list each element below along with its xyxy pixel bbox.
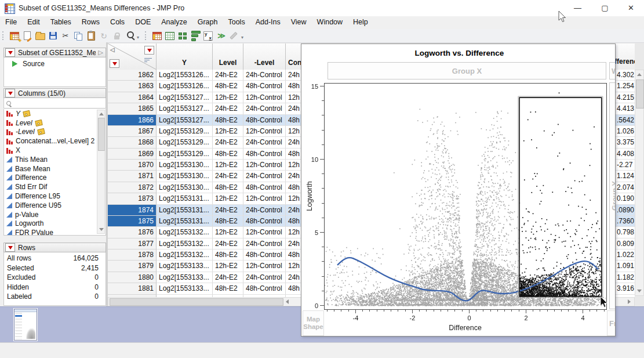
row-number-cell[interactable]: 1863 [108,81,157,92]
red-triangle-menu-icon[interactable] [5,48,15,57]
difference-cell[interactable]: 1.182 [616,272,635,283]
x-axis-label[interactable]: Difference [324,324,606,332]
column-header-y[interactable]: Y [157,44,213,70]
table-cell[interactable]: Log2[1553129... [157,126,213,137]
rows-panel-header[interactable]: Rows [3,243,106,252]
column-item[interactable]: FDR PValue [4,228,105,236]
table-cell[interactable]: Log2[1553131... [157,216,213,227]
table-cell[interactable]: Log2[1553130... [157,171,213,182]
table-cell[interactable]: Log2[1553126... [157,70,213,81]
table-cell[interactable]: 48h-Control [243,115,286,126]
row-number-cell[interactable]: 1873 [108,193,157,204]
column-item[interactable]: Difference L95 [4,191,105,201]
row-number-cell[interactable]: 1862 [108,70,157,81]
table-cell[interactable]: Log2[1553129... [157,149,213,160]
table-cell[interactable]: 24h-E2 [213,205,243,216]
table-cell[interactable]: 24h-E2 [213,137,243,148]
difference-cell[interactable]: .7360 [616,216,635,227]
table-cell[interactable]: 48h-E2 [213,149,243,160]
table-corner-cell[interactable]: ◁ [108,44,157,70]
scroll-right-icon[interactable] [628,299,631,304]
columns-panel-header[interactable]: Columns (15/0) [3,88,106,98]
column-item[interactable]: This Mean [4,155,105,164]
toolbar-overflow-icon[interactable]: ▾ [137,35,139,40]
column-item[interactable]: Concatenat...vel,-Level] 2+ [4,136,105,146]
difference-cell[interactable]: .5642 [616,115,635,126]
scroll-up-icon[interactable] [99,113,104,115]
source-item[interactable]: Source [4,57,105,68]
difference-cell[interactable]: 1.026 [616,126,635,137]
row-number-cell[interactable]: 1879 [108,261,157,272]
table-cell[interactable]: 24h-E2 [213,70,243,81]
table-cell[interactable]: 24h-E2 [213,238,243,249]
scroll-left-icon[interactable] [286,299,289,304]
table-cell[interactable]: Log2[1553127... [157,115,213,126]
column-item[interactable]: Std Err Dif [4,182,105,191]
table-cell[interactable]: 24h-Control [243,272,286,283]
difference-column-header[interactable]: fference [616,44,635,70]
scroll-down-icon[interactable] [637,290,642,292]
table-cell[interactable]: 12h-E2 [213,92,243,103]
row-number-cell[interactable]: 1871 [108,171,157,182]
table-cell[interactable]: 48h-E2 [213,81,243,92]
column-item[interactable]: Difference U95 [4,201,105,210]
y-axis-label[interactable]: Logworth [305,173,314,219]
table-cell[interactable]: 24h-E2 [213,171,243,182]
column-item[interactable]: X [4,146,105,155]
table-cell[interactable]: Log2[1553126... [157,81,213,92]
difference-cell[interactable]: 1.124 [616,171,635,182]
columns-red-triangle-icon[interactable] [144,46,154,55]
row-number-cell[interactable]: 1867 [108,126,157,137]
row-number-cell[interactable]: 1869 [108,149,157,160]
menu-doe[interactable]: DOE [130,16,156,29]
table-cell[interactable]: 24h-Control [243,103,286,114]
table-cell[interactable]: 12h-E2 [213,227,243,238]
row-number-cell[interactable]: 1874 [108,205,157,216]
table-cell[interactable]: 24h-E2 [213,103,243,114]
tile-windows-icon[interactable] [177,30,188,42]
menu-rows[interactable]: Rows [77,16,105,29]
difference-cell[interactable]: 4.302 [616,70,635,81]
column-item[interactable]: p-Value [4,210,105,219]
paste-icon[interactable] [85,30,97,42]
table-cell[interactable]: 24h-Control [243,238,286,249]
difference-cell[interactable]: 4.215 [616,92,635,103]
panel-expander-icon[interactable]: ▷ [99,49,104,56]
table-cell[interactable]: Log2[1553130... [157,160,213,171]
row-number-cell[interactable]: 1881 [108,283,157,294]
row-number-cell[interactable]: 1866 [108,115,157,126]
menu-window[interactable]: Window [312,16,348,29]
scrollbar-thumb[interactable] [110,298,283,306]
columns-search-input[interactable] [3,98,106,109]
collapse-left-icon[interactable]: ◁ [110,46,115,53]
table-cell[interactable]: 48h-E2 [213,249,243,261]
toolbar-overflow-icon[interactable]: ▾ [241,35,243,40]
sort-indicator-icon[interactable] [144,57,152,63]
column-item[interactable]: Level [4,118,105,128]
table-cell[interactable]: 48h-E2 [213,115,243,126]
table-cell[interactable]: 12h-E2 [213,126,243,137]
copy-icon[interactable] [72,30,84,42]
fit-y-by-x-icon[interactable]: yx [202,30,214,42]
table-cell[interactable]: 24h-Control [243,205,286,216]
difference-cell[interactable]: 1.091 [616,261,635,272]
run-formula-icon[interactable]: ≫ [215,30,227,42]
graph-builder-window[interactable]: Logworth vs. Difference Group X Wrap Gro… [301,44,616,337]
graph-builder-icon[interactable] [190,30,201,42]
dropzone-group-x[interactable]: Group X [328,62,606,79]
menu-addins[interactable]: Add-Ins [250,16,286,29]
table-cell[interactable]: Log2[1553133... [157,261,213,272]
table-cell[interactable]: 48h-Control [243,182,286,193]
tabulate-icon[interactable] [164,30,176,42]
menu-help[interactable]: Help [348,16,373,29]
dropzone-wrap[interactable]: Wrap [609,62,616,79]
difference-cell[interactable]: 2.074 [616,182,635,193]
rows-red-triangle-icon[interactable] [110,59,119,68]
difference-cell[interactable]: .0890 [616,205,635,216]
table-cell[interactable]: 24h-Control [243,137,286,148]
table-cell[interactable]: Log2[1553133... [157,283,213,294]
data-table-icon[interactable] [151,30,163,42]
search-icon[interactable] [123,30,135,42]
difference-cell[interactable]: 0.809 [616,238,635,249]
table-cell[interactable]: Log2[1553129... [157,137,213,148]
